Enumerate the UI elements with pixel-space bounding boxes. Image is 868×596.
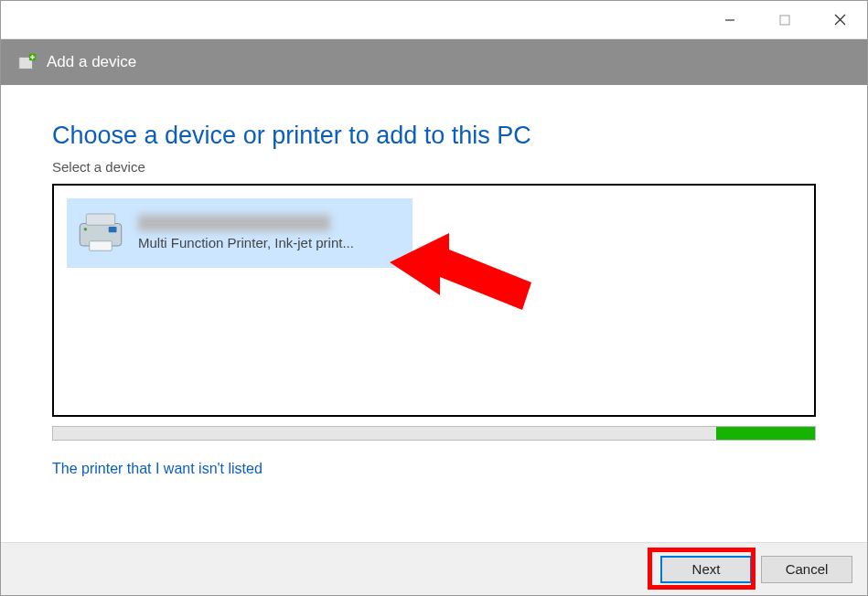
dialog-footer: Next Cancel xyxy=(1,542,867,595)
page-heading: Choose a device or printer to add to thi… xyxy=(52,122,816,150)
maximize-icon xyxy=(779,15,790,26)
device-list: Multi Function Printer, Ink-jet print... xyxy=(52,184,816,417)
next-button[interactable]: Next xyxy=(660,556,752,583)
cancel-button[interactable]: Cancel xyxy=(761,556,852,583)
progress-fill xyxy=(716,427,815,440)
window-controls xyxy=(702,1,867,38)
search-progress xyxy=(52,426,816,441)
page-subheading: Select a device xyxy=(52,159,816,175)
content-area: Choose a device or printer to add to thi… xyxy=(1,85,867,477)
device-item-selected[interactable]: Multi Function Printer, Ink-jet print... xyxy=(67,198,413,268)
close-button[interactable] xyxy=(812,1,867,38)
add-device-icon xyxy=(17,52,38,72)
close-icon xyxy=(834,14,846,26)
printer-not-listed-link[interactable]: The printer that I want isn't listed xyxy=(52,461,816,477)
titlebar xyxy=(1,1,867,39)
svg-rect-13 xyxy=(109,227,117,232)
minimize-icon xyxy=(724,15,735,26)
printer-icon xyxy=(74,207,127,260)
svg-rect-11 xyxy=(86,214,115,225)
svg-rect-1 xyxy=(780,16,789,25)
dialog-title: Add a device xyxy=(47,53,136,71)
minimize-button[interactable] xyxy=(702,1,757,38)
maximize-button xyxy=(757,1,812,38)
device-description: Multi Function Printer, Ink-jet print... xyxy=(138,235,354,250)
dialog-header: Add a device xyxy=(1,39,867,85)
device-text: Multi Function Printer, Ink-jet print... xyxy=(138,215,405,251)
device-name-blurred xyxy=(138,215,330,231)
svg-rect-12 xyxy=(90,241,113,251)
svg-point-14 xyxy=(84,228,88,231)
